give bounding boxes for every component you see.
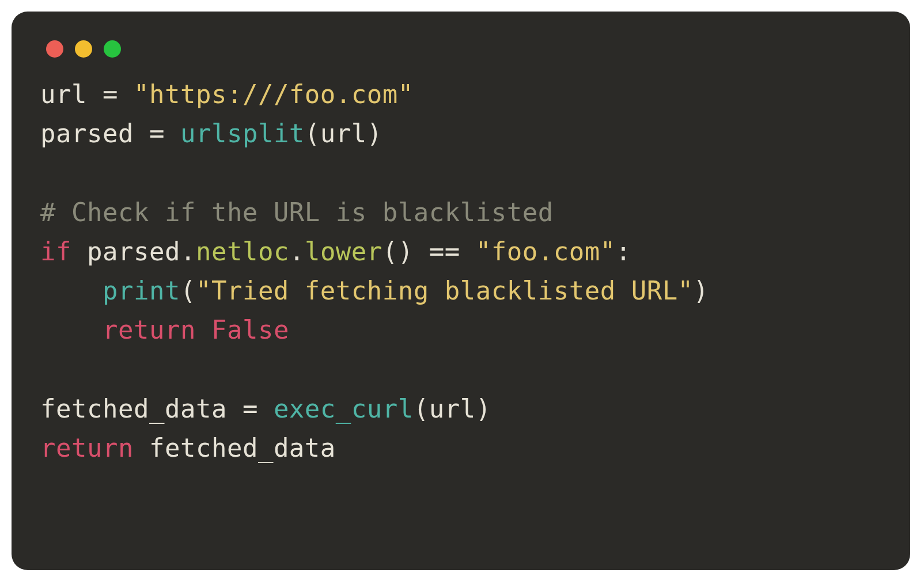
operator: =	[87, 79, 134, 109]
call-parens: ()	[383, 237, 414, 266]
code-line: return False	[40, 315, 289, 344]
indent	[40, 276, 103, 305]
space	[134, 433, 149, 462]
string-literal: "Tried fetching blacklisted URL"	[196, 276, 694, 305]
dot: .	[289, 237, 305, 266]
literal-false: False	[211, 315, 289, 344]
minimize-icon[interactable]	[75, 40, 92, 58]
arguments: (url)	[305, 119, 383, 148]
function-call: exec_curl	[274, 394, 414, 423]
code-line: url = "https:///foo.com"	[40, 79, 414, 109]
attribute: netloc	[196, 237, 289, 266]
colon: :	[616, 237, 631, 266]
method: lower	[305, 237, 383, 266]
string-literal: "https:///foo.com"	[134, 79, 414, 109]
code-block: url = "https:///foo.com" parsed = urlspl…	[40, 75, 881, 468]
variable-name: parsed	[40, 119, 134, 148]
object: parsed	[87, 237, 180, 266]
comment: # Check if the URL is blacklisted	[40, 198, 554, 227]
keyword-return: return	[103, 315, 196, 344]
function-call: urlsplit	[180, 119, 305, 148]
variable-name: fetched_data	[149, 433, 336, 462]
space	[71, 237, 87, 266]
close-paren: )	[694, 276, 709, 305]
space	[196, 315, 211, 344]
close-icon[interactable]	[46, 40, 63, 58]
code-line: print("Tried fetching blacklisted URL")	[40, 276, 709, 305]
indent	[40, 315, 103, 344]
variable-name: fetched_data	[40, 394, 227, 423]
operator: =	[134, 119, 180, 148]
variable-name: url	[40, 79, 87, 109]
code-line: if parsed.netloc.lower() == "foo.com":	[40, 237, 631, 266]
titlebar	[40, 35, 881, 75]
arguments: (url)	[414, 394, 491, 423]
open-paren: (	[180, 276, 196, 305]
zoom-icon[interactable]	[104, 40, 121, 58]
keyword-return: return	[40, 433, 134, 462]
function-call: print	[103, 276, 180, 305]
keyword-if: if	[40, 237, 71, 266]
code-line: return fetched_data	[40, 433, 336, 462]
string-literal: "foo.com"	[476, 237, 616, 266]
operator: =	[227, 394, 274, 423]
operator: ==	[414, 237, 476, 266]
dot: .	[180, 237, 196, 266]
code-line: parsed = urlsplit(url)	[40, 119, 383, 148]
code-line: fetched_data = exec_curl(url)	[40, 394, 491, 423]
code-window: url = "https:///foo.com" parsed = urlspl…	[12, 12, 910, 570]
